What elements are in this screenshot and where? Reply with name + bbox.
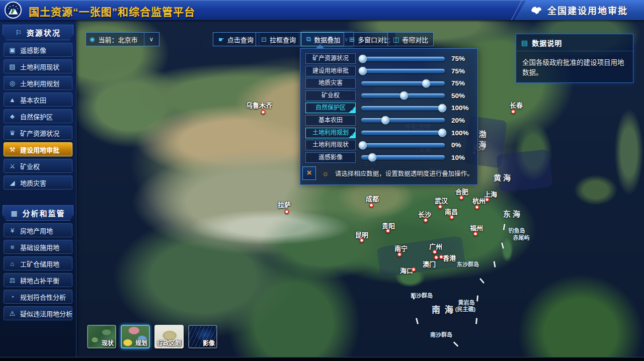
city-marker	[434, 255, 439, 260]
sidebar-item[interactable]: ♛矿产资源状况	[4, 126, 72, 140]
farmland-icon: ▲	[9, 96, 16, 104]
basemap-label: 影像	[203, 338, 215, 347]
sidebar-item[interactable]: ¥房地产用地	[4, 223, 72, 237]
overlay-layer-row: 建设用地审批75%	[305, 66, 473, 76]
opacity-slider[interactable]	[361, 130, 445, 135]
location-pin-icon: ◎	[9, 79, 16, 87]
sidebar-section-title: 分析和监管	[23, 208, 65, 218]
layer-chip[interactable]: 建设用地审批	[305, 66, 356, 76]
land-status-icon: ▤	[9, 63, 16, 70]
opacity-slider[interactable]	[361, 155, 445, 160]
city-label: 澳门	[423, 259, 436, 268]
sidebar-item[interactable]: ⚔矿业权	[4, 159, 72, 173]
basemap-label: 现状	[102, 338, 114, 347]
city-marker	[386, 229, 390, 233]
point-query-button[interactable]: ☛点击查询	[213, 32, 259, 46]
overlay-panel-tip: 请选择相应数据，设置数据透明度进行叠加操作。	[335, 168, 473, 178]
opacity-value: 100%	[450, 129, 473, 137]
box-select-icon: ⊡	[261, 36, 267, 43]
city-label: 福州	[470, 223, 483, 232]
slider-handle[interactable]	[359, 54, 367, 63]
opacity-slider[interactable]	[361, 81, 445, 86]
header-tab-label: 全国建设用地审批	[547, 4, 628, 17]
layer-chip[interactable]: 遥感影像	[305, 152, 356, 163]
header-current-module-tab[interactable]: 全国建设用地审批	[514, 0, 644, 20]
slider-handle[interactable]	[422, 79, 431, 87]
sidebar-item-label: 工矿仓储用地	[20, 259, 59, 268]
region-selector[interactable]: ◉ 当前：北京市 ∨	[86, 32, 159, 46]
opacity-slider[interactable]	[361, 143, 445, 148]
sidebar-item[interactable]: ⌂工矿仓储用地	[4, 256, 72, 270]
city-marker	[369, 203, 374, 208]
sidebar-item[interactable]: ◢地质灾害	[4, 175, 72, 190]
sidebar-item-label: 自然保护区	[20, 112, 53, 121]
sidebar-item[interactable]: ◔规划符合性分析	[4, 290, 72, 304]
layer-chip[interactable]: 地质灾害	[305, 78, 356, 88]
balance-scale-icon: ⚖	[9, 277, 16, 284]
sidebar-section-header: ⚐资源状况	[3, 25, 73, 40]
slider-handle[interactable]	[438, 104, 447, 112]
slider-handle[interactable]	[399, 92, 408, 100]
page-title: 国土资源“一张图”和综合监管平台	[29, 4, 195, 19]
sidebar-item-label: 矿业权	[20, 161, 40, 171]
sidebar-item[interactable]: ⚒建设用地审批	[4, 142, 72, 156]
city-label: 广州	[429, 241, 442, 251]
swipe-icon: ◫	[393, 36, 399, 43]
opacity-slider[interactable]	[361, 93, 445, 98]
layer-chip[interactable]: 土地利用现状	[305, 140, 356, 150]
ministry-logo-icon	[5, 2, 22, 19]
sidebar-item[interactable]: ▲基本农田	[4, 93, 72, 107]
basemap-thumb[interactable]: 现状	[87, 325, 116, 348]
slider-handle[interactable]	[438, 129, 447, 137]
opacity-slider[interactable]	[361, 106, 445, 111]
sidebar-item-label: 矿产资源状况	[20, 128, 59, 138]
sidebar-item-label: 基本农田	[20, 95, 46, 105]
island-label: 南沙群岛	[430, 330, 452, 338]
sidebar-item[interactable]: ▣遥感影像	[4, 43, 72, 57]
slider-handle[interactable]	[359, 67, 367, 75]
city-marker	[450, 215, 454, 220]
nine-dash-segment	[476, 295, 478, 301]
nine-dash-segment	[453, 341, 459, 347]
sidebar-item[interactable]: ▤土地利用现状	[4, 59, 72, 73]
layer-chip[interactable]: 土地利用规划	[305, 128, 356, 138]
opacity-slider[interactable]	[361, 56, 445, 61]
nine-dash-segment	[501, 242, 504, 248]
slider-handle[interactable]	[381, 116, 390, 125]
sidebar-item[interactable]: ⚖耕地占补平衡	[4, 273, 72, 287]
layer-chip[interactable]: 基本农田	[305, 115, 356, 126]
sea-label: 南海	[432, 303, 458, 315]
city-marker	[397, 252, 402, 257]
city-marker	[412, 267, 416, 272]
city-label: 南宁	[394, 243, 408, 253]
basemap-switcher: 现状规划行政区划影像	[87, 325, 217, 348]
city-label: 长春	[510, 100, 523, 110]
map-viewport[interactable]: 乌鲁木齐长春呼和浩特天津太原兰州郑州拉萨成都武汉合肥上海杭州长沙南昌贵阳昆明福州…	[76, 20, 644, 357]
sidebar-item[interactable]: ⚠疑似违法用地分析	[4, 306, 72, 320]
basemap-thumb[interactable]: 行政区划	[154, 325, 184, 348]
data-overlay-panel: 矿产资源状况75%建设用地审批75%地质灾害75%矿业权50%自然保护区100%…	[300, 48, 478, 185]
box-query-button[interactable]: ⊡拉框查询	[256, 32, 301, 46]
basemap-thumb[interactable]: 影像	[188, 325, 217, 348]
overlay-layer-row: 土地利用现状0%	[305, 140, 473, 150]
slider-handle[interactable]	[368, 153, 376, 162]
layer-chip[interactable]: 自然保护区	[305, 103, 356, 113]
close-icon[interactable]: ×	[302, 166, 316, 180]
swipe-compare-button[interactable]: ◫卷帘对比	[387, 32, 434, 46]
pointer-icon: ☛	[218, 36, 224, 43]
app-header: 国土资源“一张图”和综合监管平台 全国建设用地审批	[0, 0, 644, 20]
basemap-thumb[interactable]: 规划	[121, 325, 150, 348]
city-label: 成都	[366, 194, 379, 203]
sidebar-item[interactable]: ♣自然保护区	[4, 109, 72, 123]
opacity-slider[interactable]	[361, 68, 445, 73]
city-marker	[475, 205, 479, 210]
slider-handle[interactable]	[359, 141, 367, 149]
chevron-down-icon[interactable]: ∨	[144, 33, 159, 46]
layer-chip[interactable]: 矿业权	[305, 91, 356, 101]
opacity-slider[interactable]	[361, 118, 445, 123]
opacity-value: 20%	[450, 117, 473, 124]
opacity-value: 75%	[450, 55, 473, 62]
sidebar-item[interactable]: ≡基础设施用地	[4, 240, 72, 254]
layer-chip[interactable]: 矿产资源状况	[305, 53, 356, 64]
sidebar-item[interactable]: ◎土地利用规划	[4, 76, 72, 90]
